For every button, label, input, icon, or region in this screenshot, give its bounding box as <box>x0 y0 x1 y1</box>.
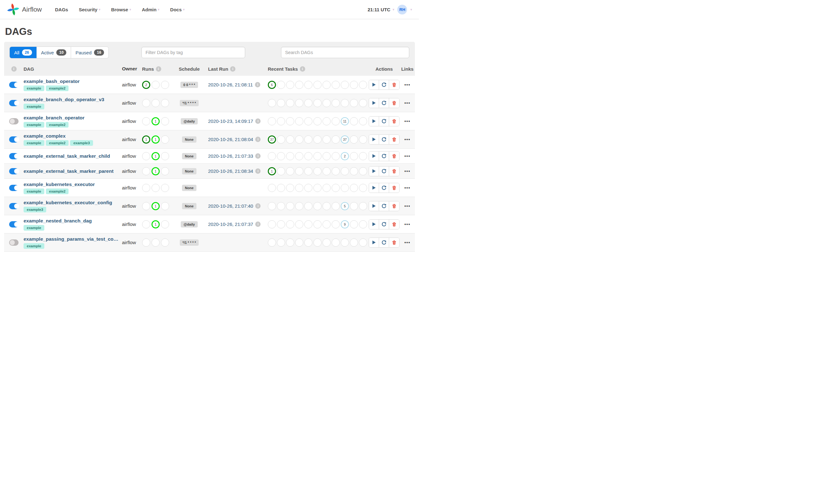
task-state-circle-success[interactable]: 6 <box>268 81 276 89</box>
refresh-dag-button[interactable] <box>379 135 389 144</box>
last-run-link[interactable]: 2020-10-26, 21:07:40 <box>208 203 253 209</box>
task-state-circle-failed[interactable] <box>286 220 294 229</box>
dag-name-link[interactable]: example_nested_branch_dag <box>23 218 122 224</box>
task-state-circle-scheduled[interactable] <box>350 220 358 229</box>
task-state-circle-sensing[interactable] <box>359 152 367 160</box>
task-state-circle-failed[interactable] <box>286 81 294 89</box>
task-state-circle-failed[interactable] <box>161 117 169 125</box>
nav-item-dags[interactable]: DAGs <box>55 7 68 12</box>
nav-item-admin[interactable]: Admin▾ <box>142 7 159 12</box>
task-state-circle-up_for_retry[interactable] <box>314 99 322 107</box>
refresh-dag-button[interactable] <box>379 166 389 176</box>
task-state-circle-success[interactable] <box>142 184 150 192</box>
task-state-circle-success[interactable] <box>142 167 150 175</box>
dag-tag[interactable]: example <box>23 104 44 109</box>
task-state-circle-sensing[interactable] <box>359 202 367 210</box>
task-state-circle-failed[interactable] <box>161 220 169 229</box>
task-state-circle-up_for_retry[interactable] <box>314 81 322 89</box>
nav-item-browse[interactable]: Browse▾ <box>111 7 131 12</box>
task-state-circle-running[interactable] <box>151 99 160 107</box>
task-state-circle-scheduled[interactable] <box>350 117 358 125</box>
task-state-circle-success[interactable] <box>142 117 150 125</box>
task-state-circle-upstream_failed[interactable] <box>295 81 303 89</box>
nav-item-security[interactable]: Security▾ <box>79 7 101 12</box>
trigger-dag-button[interactable] <box>369 80 379 90</box>
task-state-circle-running[interactable]: 1 <box>151 152 160 160</box>
task-state-circle-upstream_failed[interactable] <box>295 117 303 125</box>
task-state-circle-success[interactable]: 1 <box>268 167 276 175</box>
clock-dropdown[interactable]: 21:11 UTC ▾ <box>368 7 394 12</box>
task-state-circle-success[interactable] <box>268 238 276 247</box>
task-state-circle-skipped[interactable] <box>304 220 313 229</box>
task-state-circle-failed[interactable] <box>286 136 294 144</box>
task-state-circle-scheduled[interactable] <box>350 152 358 160</box>
trigger-dag-button[interactable] <box>369 98 379 108</box>
task-state-circle-up_for_reschedule[interactable] <box>322 184 331 192</box>
dag-pause-toggle[interactable] <box>9 221 19 228</box>
delete-dag-button[interactable] <box>389 183 399 193</box>
links-menu-button[interactable]: ••• <box>404 82 410 87</box>
task-state-circle-failed[interactable] <box>286 117 294 125</box>
task-state-circle-queued[interactable] <box>332 136 340 144</box>
task-state-circle-upstream_failed[interactable] <box>295 167 303 175</box>
task-state-circle-sensing[interactable] <box>359 184 367 192</box>
delete-dag-button[interactable] <box>389 151 399 161</box>
task-state-circle-upstream_failed[interactable] <box>295 202 303 210</box>
task-state-circle-up_for_reschedule[interactable] <box>322 202 331 210</box>
task-state-circle-skipped[interactable] <box>304 136 313 144</box>
links-menu-button[interactable]: ••• <box>404 240 410 245</box>
task-state-circle-running[interactable]: 1 <box>151 167 160 175</box>
task-state-circle-scheduled[interactable] <box>350 184 358 192</box>
task-state-circle-success[interactable] <box>268 99 276 107</box>
task-state-circle-success[interactable] <box>142 238 150 247</box>
task-state-circle-failed[interactable] <box>161 152 169 160</box>
column-header-runs[interactable]: Runs <box>142 66 154 72</box>
task-state-circle-none[interactable]: 37 <box>341 136 349 144</box>
refresh-dag-button[interactable] <box>379 151 389 161</box>
column-header-owner[interactable]: Owner <box>122 66 142 72</box>
links-menu-button[interactable]: ••• <box>404 154 410 159</box>
task-state-circle-up_for_retry[interactable] <box>314 152 322 160</box>
dag-pause-toggle[interactable] <box>9 82 19 88</box>
delete-dag-button[interactable] <box>389 166 399 176</box>
tab-paused[interactable]: Paused16 <box>71 47 108 58</box>
dag-pause-toggle[interactable] <box>9 100 19 106</box>
task-state-circle-running[interactable] <box>277 136 285 144</box>
task-state-circle-success[interactable] <box>268 184 276 192</box>
refresh-dag-button[interactable] <box>379 201 389 211</box>
delete-dag-button[interactable] <box>389 201 399 211</box>
links-menu-button[interactable]: ••• <box>404 222 410 227</box>
task-state-circle-failed[interactable] <box>161 238 169 247</box>
refresh-dag-button[interactable] <box>379 116 389 126</box>
task-state-circle-success[interactable] <box>268 117 276 125</box>
task-state-circle-running[interactable]: 1 <box>151 136 160 144</box>
task-state-circle-none[interactable]: 9 <box>341 220 349 229</box>
task-state-circle-skipped[interactable] <box>304 238 313 247</box>
task-state-circle-failed[interactable] <box>161 184 169 192</box>
task-state-circle-sensing[interactable] <box>359 99 367 107</box>
airflow-logo[interactable]: Airflow <box>7 3 42 16</box>
task-state-circle-sensing[interactable] <box>359 238 367 247</box>
trigger-dag-button[interactable] <box>369 116 379 126</box>
task-state-circle-running[interactable] <box>277 152 285 160</box>
task-state-circle-up_for_retry[interactable] <box>314 238 322 247</box>
column-header-schedule[interactable]: Schedule <box>171 66 208 72</box>
delete-dag-button[interactable] <box>389 116 399 126</box>
task-state-circle-skipped[interactable] <box>304 184 313 192</box>
last-run-link[interactable]: 2020-10-26, 21:08:34 <box>208 168 253 174</box>
refresh-dag-button[interactable] <box>379 220 389 229</box>
dag-tag[interactable]: example2 <box>46 122 69 128</box>
refresh-dag-button[interactable] <box>379 80 389 90</box>
column-header-last-run[interactable]: Last Run <box>208 66 228 72</box>
task-state-circle-scheduled[interactable] <box>350 81 358 89</box>
dag-name-link[interactable]: example_external_task_marker_parent <box>23 168 122 174</box>
task-state-circle-up_for_reschedule[interactable] <box>322 238 331 247</box>
task-state-circle-up_for_retry[interactable] <box>314 167 322 175</box>
task-state-circle-failed[interactable] <box>286 238 294 247</box>
task-state-circle-running[interactable] <box>151 81 160 89</box>
delete-dag-button[interactable] <box>389 238 399 247</box>
task-state-circle-upstream_failed[interactable] <box>295 136 303 144</box>
links-menu-button[interactable]: ••• <box>404 137 410 142</box>
dag-tag[interactable]: example <box>23 140 44 146</box>
task-state-circle-up_for_reschedule[interactable] <box>322 136 331 144</box>
